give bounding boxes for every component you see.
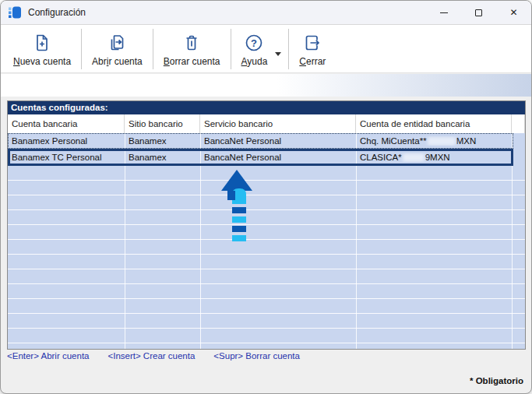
app-icon: [8, 5, 22, 19]
window-title: Configuración: [28, 7, 86, 18]
delete-account-icon: [181, 31, 202, 55]
cell-cuenta-bancaria: Banamex Personal: [8, 136, 125, 146]
table-row-banamex-tc-personal[interactable]: Banamex TC Personal Banamex BancaNet Per…: [8, 149, 525, 166]
hotkey-hints: <Enter> Abrir cuenta<Insert> Crear cuent…: [7, 351, 319, 361]
empty-row: [8, 181, 525, 195]
exit-icon: [302, 31, 322, 55]
empty-row: [8, 255, 525, 269]
column-header-cuenta-bancaria[interactable]: Cuenta bancaria: [8, 114, 125, 133]
empty-row: [8, 284, 525, 299]
empty-row: [8, 210, 525, 225]
table-row-banamex-personal[interactable]: Banamex Personal Banamex BancaNet Person…: [8, 133, 525, 149]
toolbar-separator: [153, 29, 153, 69]
required-note: * Obligatorio: [470, 376, 523, 385]
delete-account-label: Borrar cuenta: [164, 56, 220, 67]
cell-sitio-bancario: Banamex: [125, 153, 200, 162]
hint-enter: <Enter> Abrir cuenta: [7, 351, 89, 361]
table-body: Banamex Personal Banamex BancaNet Person…: [8, 133, 525, 349]
empty-row: [8, 166, 525, 181]
accounts-table: Cuentas configuradas: Cuenta bancaria Si…: [7, 100, 526, 350]
hint-supr: <Supr> Borrar cuenta: [213, 351, 300, 361]
open-account-button[interactable]: Abrir cuenta: [84, 27, 150, 71]
window-controls: ✕: [426, 1, 531, 24]
new-account-icon: [32, 31, 52, 55]
maximize-icon: [475, 9, 482, 16]
close-dialog-button[interactable]: Cerrar: [291, 27, 333, 71]
close-button[interactable]: ✕: [496, 1, 531, 24]
cell-sitio-bancario: Banamex: [125, 136, 200, 146]
empty-row: [8, 329, 525, 343]
dialog-window: Configuración ✕ Nueva cuenta: [0, 0, 532, 394]
maximize-button[interactable]: [461, 1, 496, 24]
cell-cuenta-bancaria: Banamex TC Personal: [8, 153, 125, 162]
delete-account-button[interactable]: Borrar cuenta: [156, 27, 228, 71]
empty-row: [8, 343, 525, 349]
toolbar-separator: [288, 29, 289, 69]
column-header-cuenta-entidad[interactable]: Cuenta de entidad bancaria: [356, 114, 512, 133]
new-account-label: Nueva cuenta: [13, 56, 71, 67]
help-button[interactable]: ? Ayuda: [234, 27, 276, 71]
empty-row: [8, 225, 525, 240]
minimize-button[interactable]: [426, 1, 461, 24]
open-account-icon: [107, 31, 127, 55]
svg-text:?: ?: [251, 37, 257, 49]
redacted-text: [428, 137, 456, 146]
cell-cuenta-entidad: CLASICA*9MXN: [356, 153, 512, 162]
open-account-label: Abrir cuenta: [92, 56, 143, 67]
empty-row: [8, 299, 525, 314]
cell-servicio-bancario: BancaNet Personal: [200, 153, 356, 162]
new-account-button[interactable]: Nueva cuenta: [5, 27, 79, 71]
toolbar-separator: [231, 29, 231, 69]
up-arrow-graphic: [221, 170, 252, 244]
empty-row: [8, 195, 525, 210]
gradient-band: [1, 74, 531, 97]
column-header-spacer: [512, 114, 525, 133]
cell-servicio-bancario: BancaNet Personal: [200, 136, 356, 146]
help-icon: ?: [244, 31, 264, 55]
column-header-servicio-bancario[interactable]: Servicio bancario: [200, 114, 356, 133]
empty-row: [8, 240, 525, 255]
empty-row: [8, 314, 525, 329]
minimize-icon: [440, 12, 448, 13]
column-header-sitio-bancario[interactable]: Sitio bancario: [125, 114, 200, 133]
cell-cuenta-entidad: Chq. MiCuenta**MXN: [356, 136, 512, 146]
toolbar-separator: [81, 29, 82, 69]
help-dropdown-arrow-icon[interactable]: [275, 52, 281, 56]
title-bar[interactable]: Configuración ✕: [1, 1, 531, 24]
hint-insert: <Insert> Crear cuenta: [107, 351, 195, 361]
help-label: Ayuda: [241, 56, 268, 67]
table-caption: Cuentas configuradas:: [8, 101, 525, 114]
empty-row: [8, 269, 525, 284]
redacted-text: [403, 153, 425, 162]
close-icon: ✕: [509, 8, 517, 17]
table-header: Cuenta bancaria Sitio bancario Servicio …: [8, 114, 525, 133]
close-dialog-label: Cerrar: [299, 56, 326, 67]
toolbar: Nueva cuenta Abrir cuenta: [1, 24, 531, 73]
